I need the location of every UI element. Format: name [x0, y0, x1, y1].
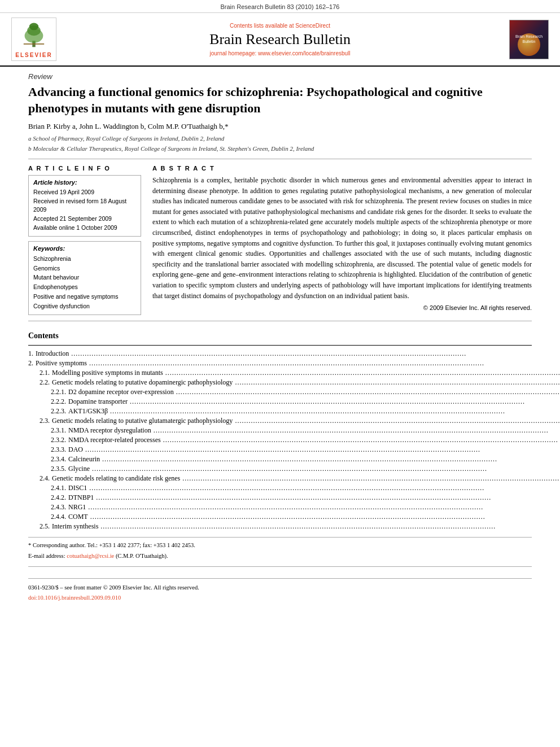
keyword-2: Genomics [33, 264, 136, 273]
toc-dots: ........................................… [233, 417, 560, 425]
journal-center: Contents lists available at ScienceDirec… [56, 23, 504, 56]
elsevier-tree-icon [17, 20, 51, 49]
divider-3 [28, 566, 532, 567]
toc-row: 2.4.1.DISC1.............................… [28, 483, 560, 493]
article-info-heading: A R T I C L E I N F O [28, 165, 141, 172]
toc-label: D2 dopamine receptor over-expression [68, 388, 174, 396]
toc-row: 2.2.3.AKT1/GSK3β........................… [28, 407, 560, 416]
toc-table: 1.Introduction..........................… [28, 349, 560, 531]
toc-number: 2.3.4. [51, 455, 66, 464]
toc-number: 2.2.2. [51, 397, 66, 406]
keywords-label: Keywords: [33, 245, 136, 252]
article-type: Review [28, 72, 532, 81]
toc-number: 1. [28, 350, 33, 358]
keyword-1: Schizophrenia [33, 254, 136, 264]
toc-dots: ........................................… [90, 465, 560, 473]
toc-number: 2.3.1. [51, 426, 66, 435]
toc-label: Dopamine transporter [68, 397, 128, 406]
toc-number: 2.1. [40, 369, 50, 377]
toc-row: 2.2.Genetic models relating to putative … [28, 378, 560, 387]
keyword-5: Positive and negative symptoms [33, 292, 136, 302]
toc-number: 2.2. [40, 378, 50, 387]
accepted-date: Accepted 21 September 2009 [33, 215, 136, 224]
toc-row: 2.3.3.DAO...............................… [28, 445, 560, 455]
affiliation-b: b Molecular & Cellular Therapeutics, Roy… [28, 145, 532, 153]
toc-row: 2.3.2.NMDA receptor-related processes...… [28, 435, 560, 445]
cover-image: Brain Research Bulletin [509, 20, 549, 59]
toc-label: Modelling positive symptoms in mutants [52, 369, 163, 377]
toc-number: 2.3.2. [51, 436, 66, 444]
email-line: E-mail address: cotuathaigh@rcsi.ie (C.M… [28, 552, 532, 561]
footer-section: 0361-9230/$ – see front matter © 2009 El… [28, 578, 532, 601]
toc-label: Positive symptoms [36, 359, 87, 368]
toc-dots: ........................................… [108, 407, 560, 416]
article-body: A R T I C L E I N F O Article history: R… [28, 165, 532, 315]
toc-dots: ........................................… [83, 445, 560, 454]
toc-number: 2.5. [40, 522, 50, 531]
toc-row: 2.5.Interim synthesis...................… [28, 522, 560, 531]
journal-cover: Brain Research Bulletin [504, 20, 549, 59]
toc-number: 2.4.2. [51, 493, 66, 502]
keyword-4: Endophenotypes [33, 282, 136, 292]
toc-number: 2.4.3. [51, 503, 66, 512]
toc-label: NMDA receptor-related processes [68, 436, 161, 444]
authors: Brian P. Kirby a, John L. Waddington b, … [28, 122, 532, 131]
toc-row: 2.2.2.Dopamine transporter..............… [28, 397, 560, 407]
toc-label: DTNBP1 [68, 493, 94, 502]
toc-row: 2.Positive symptoms.....................… [28, 359, 560, 368]
toc-label: Introduction [36, 350, 69, 358]
toc-dots: ........................................… [98, 522, 560, 531]
toc-dots: ........................................… [151, 426, 560, 435]
toc-row: 2.4.3.NRG1..............................… [28, 503, 560, 512]
toc-number: 2.3.3. [51, 445, 66, 454]
toc-row: 2.2.1.D2 dopamine receptor over-expressi… [28, 387, 560, 397]
history-label: Article history: [33, 179, 136, 186]
toc-row: 1.Introduction..........................… [28, 349, 560, 359]
toc-label: NRG1 [68, 503, 86, 512]
toc-divider [28, 345, 532, 346]
toc-dots: ........................................… [100, 455, 560, 464]
journal-homepage: journal homepage: www.elsevier.com/locat… [56, 50, 504, 56]
journal-header: ELSEVIER Contents lists available at Sci… [0, 13, 560, 67]
contents-section: Contents 1.Introduction.................… [28, 331, 532, 531]
toc-label: NMDA receptor dysregulation [68, 426, 151, 435]
toc-dots: ........................................… [161, 436, 560, 444]
toc-dots: ........................................… [233, 378, 560, 387]
toc-label: Glycine [68, 465, 90, 473]
toc-row: 2.3.5.Glycine...........................… [28, 464, 560, 474]
toc-row: 2.3.Genetic models relating to putative … [28, 416, 560, 426]
toc-row: 2.4.4.COMT..............................… [28, 512, 560, 522]
toc-label: Genetic models relating to putative dopa… [52, 378, 233, 387]
divider-1 [28, 159, 532, 159]
toc-label: Genetic models relating to candidate ris… [52, 474, 180, 483]
toc-number: 2.2.1. [51, 388, 66, 396]
toc-label: COMT [68, 513, 88, 521]
svg-point-3 [29, 23, 38, 30]
corresponding-note: * Corresponding author. Tel.: +353 1 402… [28, 541, 532, 550]
toc-number: 2.2.3. [51, 407, 66, 416]
toc-row: 2.4.Genetic models relating to candidate… [28, 474, 560, 483]
toc-dots: ........................................… [88, 513, 560, 521]
toc-dots: ........................................… [180, 474, 560, 483]
toc-number: 2.3.5. [51, 465, 66, 473]
elsevier-logo: ELSEVIER [11, 18, 56, 61]
abstract-column: A B S T R A C T Schizophrenia is a compl… [152, 165, 532, 315]
toc-dots: ........................................… [86, 503, 560, 512]
email-link[interactable]: cotuathaigh@rcsi.ie [67, 553, 114, 559]
toc-dots: ........................................… [128, 397, 560, 406]
toc-label: DISC1 [68, 484, 87, 492]
toc-number: 2.3. [40, 417, 50, 425]
elsevier-label: ELSEVIER [14, 52, 54, 58]
divider-2 [28, 321, 532, 321]
toc-dots: ........................................… [87, 484, 560, 492]
doi-link[interactable]: 10.1016/j.brainresbull.2009.09.010 [37, 595, 121, 601]
keyword-6: Cognitive dysfunction [33, 302, 136, 311]
abstract-heading: A B S T R A C T [152, 165, 532, 172]
citation-bar: Brain Research Bulletin 83 (2010) 162–17… [0, 0, 560, 13]
abstract-text: Schizophrenia is a complex, heritable ps… [152, 175, 532, 301]
elsevier-logo-box: ELSEVIER [11, 18, 56, 61]
corresponding-author-section: * Corresponding author. Tel.: +353 1 402… [28, 537, 532, 561]
main-content: Review Advancing a functional genomics f… [0, 67, 560, 612]
copyright-note: 0361-9230/$ – see front matter © 2009 El… [28, 583, 532, 592]
toc-label: AKT1/GSK3β [68, 407, 108, 416]
